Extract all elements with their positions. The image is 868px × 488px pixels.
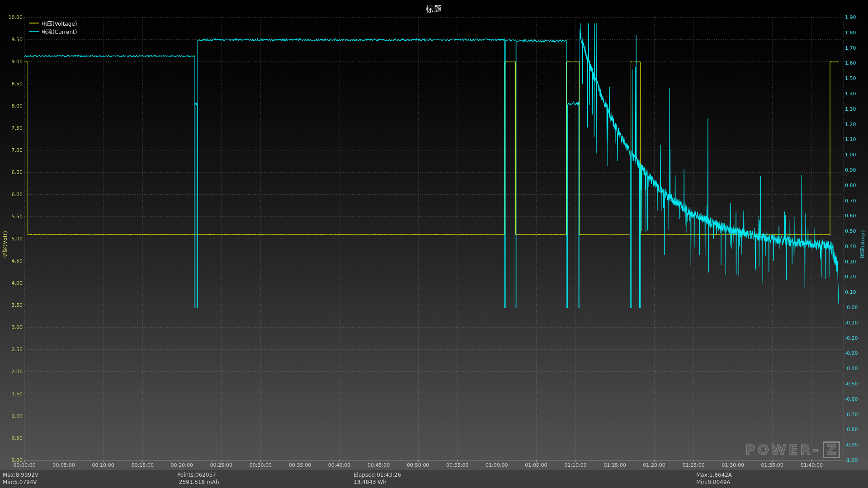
app-window: 标题 电压(Voltage) 电流(Current) 伏特(Volt) 安培(A…: [0, 0, 868, 488]
stat-elapsed: Elapsed:01:43:26: [354, 472, 401, 478]
y-tick-label: 1.10: [845, 137, 866, 142]
chart-plot-canvas[interactable]: [0, 0, 868, 488]
y-tick-label: 0.50: [845, 229, 866, 234]
x-tick-label: 01:25:00: [682, 462, 704, 468]
y-tick-label: -0.80: [845, 427, 866, 432]
stat-capacity: 2591.518 mAh: [179, 479, 219, 485]
y-tick-label: 0.00: [0, 458, 23, 463]
y-tick-label: 1.70: [845, 45, 866, 50]
y-tick-label: 3.00: [0, 325, 23, 330]
x-tick-label: 00:10:00: [92, 462, 114, 468]
y-tick-label: 1.30: [845, 106, 866, 111]
y-tick-label: 4.50: [0, 258, 23, 263]
legend-item-voltage[interactable]: 电压(Voltage): [29, 19, 77, 27]
x-tick-label: 01:05:00: [525, 462, 547, 468]
x-tick-label: 00:25:00: [210, 462, 232, 468]
y-tick-label: -0.30: [845, 351, 866, 356]
y-tick-label: 0.30: [845, 259, 866, 264]
y-tick-label: -0.00: [845, 305, 866, 310]
y-tick-label: 1.60: [845, 61, 866, 66]
y-left-axis-title: 伏特(Volt): [2, 230, 9, 257]
x-tick-label: 00:30:00: [250, 462, 272, 468]
power-z-watermark: POWER- Z: [745, 441, 840, 459]
y-tick-label: -0.60: [845, 396, 866, 401]
y-tick-label: 1.50: [845, 76, 866, 81]
y-tick-label: -0.20: [845, 335, 866, 340]
x-tick-label: 00:55:00: [446, 462, 468, 468]
stat-energy: 13.4843 Wh: [354, 479, 387, 485]
y-tick-label: 8.00: [0, 103, 23, 108]
watermark-z-logo: Z: [823, 441, 840, 459]
x-tick-label: 00:40:00: [328, 462, 350, 468]
legend-current-label: 电流(Current): [42, 28, 77, 35]
watermark-text: POWER-: [745, 442, 821, 458]
y-tick-label: 0.80: [845, 183, 866, 188]
stat-voltage-min: Min:5.0794V: [3, 479, 37, 485]
x-tick-label: 01:35:00: [761, 462, 783, 468]
y-tick-label: 1.00: [845, 152, 866, 157]
y-tick-label: -0.10: [845, 320, 866, 325]
voltage-line-swatch: [29, 23, 39, 23]
y-tick-label: 1.00: [0, 413, 23, 418]
x-tick-label: 00:15:00: [131, 462, 153, 468]
x-tick-label: 00:20:00: [171, 462, 193, 468]
y-tick-label: 4.00: [0, 281, 23, 286]
y-tick-label: 0.10: [845, 290, 866, 295]
y-tick-label: 1.50: [0, 391, 23, 396]
y-tick-label: 1.40: [845, 91, 866, 96]
stat-current-min: Min:0.0049A: [696, 479, 731, 485]
y-tick-label: -0.50: [845, 381, 866, 386]
y-tick-label: 6.50: [0, 170, 23, 175]
x-tick-label: 01:15:00: [604, 462, 626, 468]
y-tick-label: -1.00: [845, 458, 866, 463]
y-tick-label: 0.70: [845, 198, 866, 203]
x-tick-label: 00:50:00: [407, 462, 429, 468]
y-tick-label: -0.70: [845, 412, 866, 417]
y-tick-label: 7.50: [0, 126, 23, 131]
y-tick-label: 0.40: [845, 244, 866, 249]
y-tick-label: 5.00: [0, 236, 23, 241]
y-tick-label: 6.00: [0, 192, 23, 197]
y-tick-label: 1.20: [845, 122, 866, 127]
x-tick-label: 01:00:00: [486, 462, 508, 468]
y-tick-label: 9.00: [0, 59, 23, 64]
chart-title: 标题: [0, 3, 868, 14]
y-tick-label: 5.50: [0, 214, 23, 219]
y-tick-label: 7.00: [0, 148, 23, 153]
x-tick-label: 01:30:00: [722, 462, 744, 468]
x-tick-label: 01:20:00: [643, 462, 665, 468]
legend-voltage-label: 电压(Voltage): [42, 19, 77, 27]
y-tick-label: 1.80: [845, 30, 866, 35]
current-line-swatch: [29, 31, 39, 32]
legend-item-current[interactable]: 电流(Current): [29, 27, 77, 35]
y-tick-label: 0.60: [845, 213, 866, 218]
stat-points: Points:062057: [177, 472, 216, 478]
x-tick-label: 01:10:00: [564, 462, 586, 468]
y-tick-label: 9.50: [0, 37, 23, 42]
status-bar: Max:8.9992V Min:5.0794V Points:062057 25…: [0, 470, 868, 488]
x-tick-label: 00:05:00: [52, 462, 75, 468]
x-tick-label: 00:00:00: [13, 462, 35, 468]
y-tick-label: 0.20: [845, 274, 866, 279]
y-tick-label: 1.90: [845, 15, 866, 20]
y-tick-label: -0.90: [845, 442, 866, 447]
y-tick-label: -0.40: [845, 366, 866, 371]
y-tick-label: 0.50: [0, 436, 23, 441]
x-tick-label: 01:40:00: [801, 462, 823, 468]
y-tick-label: 2.00: [0, 369, 23, 374]
stat-voltage-max: Max:8.9992V: [3, 472, 38, 478]
y-tick-label: 10.00: [0, 15, 23, 20]
y-tick-label: 2.50: [0, 347, 23, 352]
y-tick-label: 8.50: [0, 81, 23, 86]
y-tick-label: 3.50: [0, 303, 23, 308]
chart-legend: 电压(Voltage) 电流(Current): [29, 19, 77, 35]
x-tick-label: 00:35:00: [289, 462, 311, 468]
x-tick-label: 00:45:00: [368, 462, 390, 468]
y-tick-label: 0.90: [845, 167, 866, 172]
stat-current-max: Max:1.8642A: [696, 472, 732, 478]
